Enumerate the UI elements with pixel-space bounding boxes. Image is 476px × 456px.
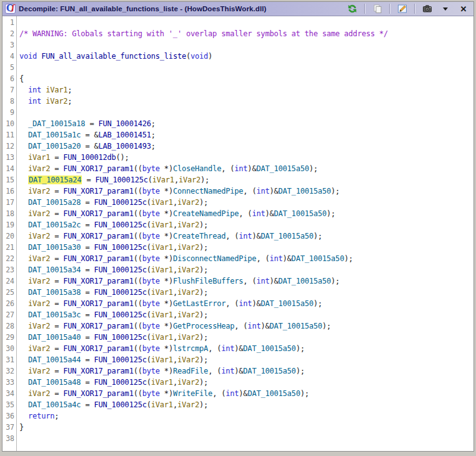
code-token[interactable]: byte [142,187,160,196]
code-token[interactable]: ) [208,52,212,61]
code-token[interactable]: = [50,187,63,196]
code-token[interactable]: FUN_10001426 [98,119,151,128]
code-token[interactable]: _DAT_10015a18 [28,119,85,128]
code-token[interactable]: ); [199,198,208,207]
code-token[interactable] [19,232,28,240]
code-token[interactable]: DAT_10015a50 [270,322,322,330]
code-token[interactable]: DAT_10015a34 [28,265,81,274]
code-token[interactable]: = [81,333,94,342]
code-token[interactable]: FUN_1000125c [94,400,146,409]
code-token[interactable] [19,299,28,308]
code-token[interactable]: )& [269,187,278,196]
code-token[interactable]: DAT_10015a50 [260,299,313,308]
code-token[interactable]: *) [160,389,173,398]
code-token[interactable]: void [191,52,208,61]
code-token[interactable]: ); [300,389,309,398]
code-token[interactable]: )& [265,209,274,218]
code-token[interactable]: } [19,423,24,432]
highlighted-token[interactable]: DAT_10015a24 [28,176,82,184]
code-token[interactable]: ; [151,119,156,128]
code-token[interactable]: DAT_10015a50 [292,254,344,263]
code-token[interactable]: = [81,310,94,319]
code-token[interactable] [19,153,28,162]
code-token[interactable]: )& [252,299,260,308]
code-token[interactable]: , ( [234,322,247,330]
code-token[interactable]: iVar1 [152,176,174,184]
code-token[interactable]: ); [296,344,305,353]
code-token[interactable]: byte [142,299,160,308]
code-token[interactable]: iVar2 [179,176,201,184]
code-token[interactable]: ( [147,400,151,409]
code-token[interactable]: iVar2 [177,378,199,387]
code-token[interactable]: FUN_1000125c [94,310,146,319]
code-token[interactable]: = [50,389,63,398]
code-token[interactable]: ); [331,187,340,196]
code-token[interactable]: *) [160,209,173,218]
code-token[interactable]: byte [142,164,160,173]
code-token[interactable]: )& [239,389,247,398]
code-token[interactable]: iVar2 [177,288,199,297]
dropdown-button[interactable] [438,2,453,15]
code-token[interactable]: , [173,243,177,252]
code-token[interactable]: int [28,97,41,106]
code-token[interactable]: ( [147,310,151,319]
code-token[interactable]: DisconnectNamedPipe [173,254,256,263]
code-token[interactable]: = [50,209,63,218]
code-token[interactable]: , [173,221,177,229]
code-token[interactable]: )& [234,344,243,353]
code-token[interactable]: )& [269,277,278,285]
code-token[interactable]: (( [134,299,142,308]
code-token[interactable]: ); [199,378,208,387]
code-token[interactable]: = [50,367,63,375]
code-token[interactable]: = [85,119,98,128]
code-token[interactable]: CreateThread [173,232,226,240]
code-token[interactable]: DAT_10015a50 [260,232,313,240]
code-token[interactable]: ; [151,131,156,139]
code-token[interactable]: ); [199,310,208,319]
code-token[interactable]: int [226,389,239,398]
code-token[interactable]: DAT_10015a28 [28,198,81,207]
code-token[interactable] [19,277,28,285]
code-token[interactable]: lstrcmpA [173,344,208,353]
code-token[interactable]: iVar1 [151,378,173,387]
code-token[interactable]: = [81,355,94,364]
code-token[interactable]: iVar2 [28,299,50,308]
code-token[interactable]: (( [134,232,142,240]
code-token[interactable]: iVar1 [151,333,173,342]
code-token[interactable]: iVar2 [177,243,199,252]
code-token[interactable] [19,254,28,263]
code-token[interactable]: *) [160,232,173,240]
code-token[interactable]: FUN_1000125c [94,221,146,229]
code-token[interactable]: *) [160,254,173,263]
code-token[interactable]: GetProcessHeap [173,322,234,330]
code-token[interactable]: = [50,153,63,162]
code-token[interactable]: )& [283,254,292,263]
code-token[interactable]: iVar2 [28,164,50,173]
code-token[interactable]: iVar2 [177,265,199,274]
code-token[interactable]: FUN_1000125c [94,355,146,364]
code-token[interactable] [19,310,28,319]
code-token[interactable]: (); [116,153,129,162]
code-token[interactable]: void [19,52,37,61]
code-token[interactable]: , ( [212,389,226,398]
code-token[interactable]: byte [142,232,160,240]
code-token[interactable]: int [239,232,252,240]
code-token[interactable]: int [252,209,265,218]
code-token[interactable]: ); [199,265,208,274]
code-token[interactable]: GetLastError [173,299,226,308]
title-bar[interactable]: C ʃ Decompile: FUN_all_available_functio… [2,2,474,16]
code-token[interactable] [19,333,28,342]
code-token[interactable]: (( [134,209,142,218]
code-token[interactable]: , ( [226,299,239,308]
code-token[interactable]: *) [160,164,173,173]
code-token[interactable]: iVar1 [151,355,173,364]
code-token[interactable]: = & [81,142,98,151]
code-token[interactable]: ); [199,400,208,409]
code-token[interactable]: iVar1 [151,243,173,252]
code-token[interactable]: DAT_10015a3c [28,310,81,319]
code-token[interactable]: DAT_10015a4c [28,400,81,409]
code-token[interactable]: FUN_1000125c [94,378,146,387]
code-token[interactable]: , ( [208,367,221,375]
code-token[interactable]: iVar2 [177,333,199,342]
code-token[interactable]: ); [322,322,331,330]
